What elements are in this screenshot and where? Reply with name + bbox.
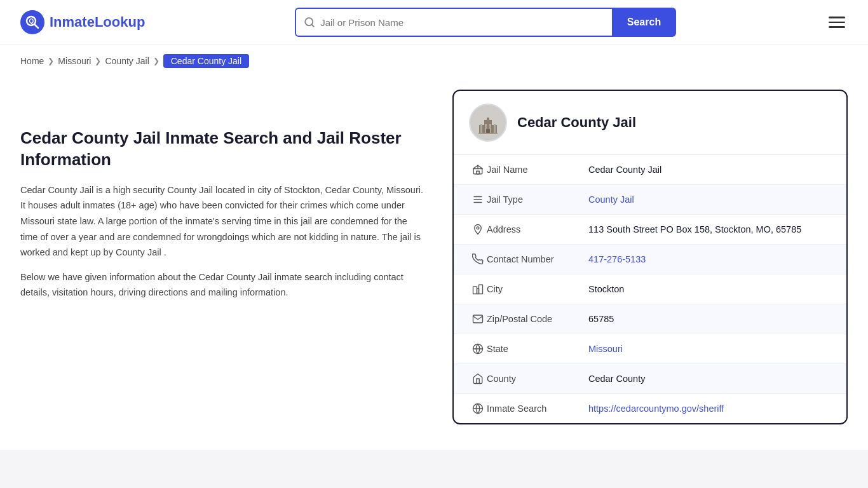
info-rows: Jail NameCedar County JailJail TypeCount…	[454, 155, 846, 423]
breadcrumb-current: Cedar County Jail	[163, 54, 249, 68]
info-row: CityStockton	[454, 274, 846, 304]
search-input[interactable]	[320, 17, 604, 28]
card-title: Cedar County Jail	[517, 114, 636, 131]
info-row: Inmate Searchhttps://cedarcountymo.gov/s…	[454, 394, 846, 423]
svg-rect-24	[477, 288, 479, 294]
row-value: Cedar County Jail	[588, 165, 831, 175]
row-icon	[469, 343, 487, 355]
breadcrumb: Home ❯ Missouri ❯ County Jail ❯ Cedar Co…	[0, 45, 868, 77]
main-content: Cedar County Jail Inmate Search and Jail…	[0, 77, 868, 450]
row-icon	[469, 254, 487, 265]
row-icon	[469, 224, 487, 235]
left-column: Cedar County Jail Inmate Search and Jail…	[20, 90, 427, 424]
row-icon	[469, 403, 487, 414]
svg-rect-23	[479, 285, 483, 294]
svg-rect-9	[480, 124, 482, 134]
logo-icon: Q	[20, 10, 44, 34]
info-row: Contact Number417-276-5133	[454, 245, 846, 274]
breadcrumb-type[interactable]: County Jail	[105, 56, 149, 66]
svg-rect-22	[473, 287, 477, 294]
row-value: 65785	[588, 314, 831, 324]
page-title: Cedar County Jail Inmate Search and Jail…	[20, 128, 427, 171]
jail-avatar	[469, 104, 507, 142]
row-link[interactable]: County Jail	[588, 194, 634, 205]
chevron-icon: ❯	[48, 57, 54, 65]
search-bar: Search	[295, 8, 676, 37]
svg-rect-17	[477, 171, 480, 174]
row-value[interactable]: Missouri	[588, 344, 831, 354]
row-label: State	[487, 344, 588, 354]
row-label: Contact Number	[487, 254, 588, 264]
row-value[interactable]: 417-276-5133	[588, 254, 831, 264]
info-card: Cedar County Jail Jail NameCedar County …	[452, 90, 848, 424]
row-label: Jail Name	[487, 165, 588, 175]
svg-rect-12	[494, 124, 496, 134]
row-link[interactable]: Missouri	[588, 344, 623, 354]
row-icon	[469, 164, 487, 175]
info-row: Address113 South Street PO Box 158, Stoc…	[454, 215, 846, 245]
svg-rect-8	[487, 118, 489, 120]
row-label: Jail Type	[487, 194, 588, 205]
chevron-icon-2: ❯	[95, 57, 101, 65]
breadcrumb-state[interactable]: Missouri	[58, 56, 91, 66]
row-label: Zip/Postal Code	[487, 314, 588, 324]
header: Q InmateLookup Search	[0, 0, 868, 45]
description-paragraph-2: Below we have given information about th…	[20, 269, 427, 301]
svg-text:Q: Q	[29, 18, 34, 25]
row-value[interactable]: https://cedarcountymo.gov/sheriff	[588, 403, 831, 414]
logo[interactable]: Q InmateLookup	[20, 10, 145, 34]
row-label: City	[487, 284, 588, 294]
row-icon	[469, 373, 487, 384]
row-label: Address	[487, 224, 588, 234]
logo-text: InmateLookup	[50, 14, 145, 30]
row-value: Stockton	[588, 284, 831, 294]
row-value: 113 South Street PO Box 158, Stockton, M…	[588, 224, 831, 234]
row-value[interactable]: County Jail	[588, 194, 831, 205]
right-column: Cedar County Jail Jail NameCedar County …	[452, 90, 848, 424]
row-label: Inmate Search	[487, 403, 588, 414]
hamburger-menu[interactable]	[826, 14, 848, 30]
row-link[interactable]: https://cedarcountymo.gov/sheriff	[588, 403, 724, 414]
chevron-icon-3: ❯	[153, 57, 159, 65]
svg-rect-14	[478, 133, 498, 134]
row-link[interactable]: 417-276-5133	[588, 254, 646, 264]
info-row: Zip/Postal Code65785	[454, 304, 846, 334]
info-row: Jail NameCedar County Jail	[454, 155, 846, 185]
svg-line-1	[35, 25, 39, 29]
info-row: Jail TypeCounty Jail	[454, 185, 846, 215]
breadcrumb-home[interactable]: Home	[20, 56, 44, 66]
row-icon	[469, 194, 487, 205]
row-icon	[469, 283, 487, 295]
info-row: StateMissouri	[454, 334, 846, 364]
row-icon	[469, 313, 487, 325]
building-icon	[473, 107, 503, 138]
search-icon	[304, 17, 315, 28]
search-button[interactable]: Search	[612, 8, 676, 37]
card-header: Cedar County Jail	[454, 91, 846, 155]
info-row: CountyCedar County	[454, 364, 846, 394]
svg-point-21	[477, 227, 479, 229]
description-paragraph-1: Cedar County Jail is a high security Cou…	[20, 182, 427, 261]
footer-bar	[0, 450, 868, 488]
row-value: Cedar County	[588, 374, 831, 384]
search-input-wrapper	[295, 8, 612, 37]
row-label: County	[487, 374, 588, 384]
svg-line-4	[312, 24, 314, 26]
